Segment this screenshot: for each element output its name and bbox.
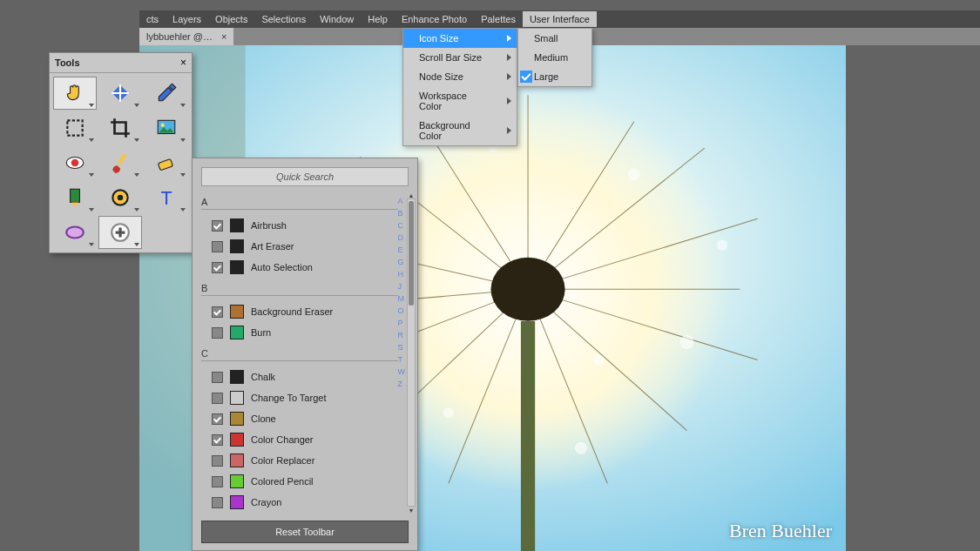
list-item-label: Change To Target bbox=[251, 393, 326, 403]
tool-paintbrush[interactable] bbox=[98, 146, 142, 179]
list-item[interactable]: Color Changer bbox=[201, 429, 398, 450]
menu-selections[interactable]: Selections bbox=[254, 11, 313, 27]
alpha-j[interactable]: J bbox=[398, 282, 406, 291]
menu-item-scroll-bar-size[interactable]: Scroll Bar Size bbox=[403, 48, 517, 67]
tool-target-circle[interactable] bbox=[98, 181, 142, 214]
alpha-z[interactable]: Z bbox=[398, 380, 406, 388]
menubar: ctsLayersObjectsSelectionsWindowHelpEnha… bbox=[139, 10, 980, 28]
menu-item-background-color[interactable]: Background Color bbox=[403, 116, 517, 145]
menu-palettes[interactable]: Palettes bbox=[474, 11, 523, 27]
tool-eyedropper[interactable] bbox=[145, 77, 188, 110]
tool-eraser[interactable] bbox=[145, 146, 188, 179]
document-tab[interactable]: lybbuehler @… × bbox=[139, 28, 233, 45]
tool-picture[interactable] bbox=[145, 111, 188, 144]
tools-header[interactable]: Tools × bbox=[50, 53, 192, 73]
list-item[interactable]: Art Eraser bbox=[201, 236, 398, 257]
alpha-o[interactable]: O bbox=[398, 306, 406, 315]
scroll-thumb[interactable] bbox=[409, 201, 414, 306]
menu-layers[interactable]: Layers bbox=[166, 11, 208, 27]
chevron-down-icon bbox=[134, 208, 139, 212]
checkbox[interactable] bbox=[212, 372, 223, 383]
alpha-d[interactable]: D bbox=[398, 233, 406, 242]
alpha-e[interactable]: E bbox=[398, 245, 406, 254]
list-item[interactable]: Clone bbox=[201, 408, 398, 429]
alpha-t[interactable]: T bbox=[398, 355, 406, 364]
checkbox[interactable] bbox=[212, 455, 223, 467]
reset-toolbar-button[interactable]: Reset Toolbar bbox=[201, 521, 409, 543]
menu-item-workspace-color[interactable]: Workspace Color bbox=[403, 86, 517, 116]
menu-item-node-size[interactable]: Node Size bbox=[403, 67, 517, 86]
svg-rect-37 bbox=[158, 159, 172, 171]
menu-item-icon-size[interactable]: Icon Size bbox=[403, 29, 517, 48]
close-icon[interactable]: × bbox=[221, 31, 226, 42]
svg-rect-31 bbox=[67, 120, 82, 135]
toolbar-customize-panel: Quick Search AAirbrushArt EraserAuto Sel… bbox=[192, 158, 418, 551]
menu-window[interactable]: Window bbox=[313, 11, 361, 27]
alpha-b[interactable]: B bbox=[398, 209, 406, 218]
list-item-label: Crayon bbox=[251, 497, 281, 507]
submenu-item-small[interactable]: Small bbox=[518, 29, 591, 48]
tool-add-plus[interactable] bbox=[98, 216, 142, 249]
chevron-down-icon bbox=[134, 173, 139, 177]
checkbox[interactable] bbox=[212, 327, 223, 339]
chevron-down-icon bbox=[134, 104, 139, 107]
checkbox[interactable] bbox=[212, 241, 223, 252]
alpha-w[interactable]: W bbox=[398, 367, 406, 376]
svg-rect-36 bbox=[118, 153, 126, 165]
chevron-right-icon bbox=[507, 127, 511, 134]
list-item[interactable]: Crayon bbox=[201, 492, 398, 513]
close-icon[interactable]: × bbox=[180, 57, 186, 69]
checkbox[interactable] bbox=[212, 393, 223, 404]
alpha-r[interactable]: R bbox=[398, 331, 406, 339]
alpha-h[interactable]: H bbox=[398, 270, 406, 279]
list-item[interactable]: Airbrush bbox=[201, 215, 398, 236]
submenu-item-medium[interactable]: Medium bbox=[518, 48, 591, 67]
tool-crop[interactable] bbox=[98, 111, 142, 144]
submenu-item-large[interactable]: Large bbox=[518, 67, 591, 86]
list-item-label: Art Eraser bbox=[251, 241, 294, 252]
checkbox[interactable] bbox=[212, 262, 223, 273]
list-item[interactable]: Colored Pencil bbox=[201, 471, 398, 492]
tool-selection-rect[interactable] bbox=[53, 111, 97, 144]
svg-point-27 bbox=[717, 240, 727, 251]
menu-objects[interactable]: Objects bbox=[208, 11, 254, 27]
scroll-up-icon[interactable]: ▴ bbox=[408, 192, 415, 199]
menu-enhance-photo[interactable]: Enhance Photo bbox=[395, 11, 474, 27]
tool-text[interactable]: T bbox=[145, 181, 188, 214]
checkbox[interactable] bbox=[212, 497, 223, 508]
list-item[interactable]: Chalk bbox=[201, 366, 398, 387]
tool-icon bbox=[230, 412, 244, 426]
alpha-a[interactable]: A bbox=[398, 197, 406, 205]
quick-search-input[interactable]: Quick Search bbox=[201, 167, 409, 186]
checkbox[interactable] bbox=[212, 306, 223, 318]
list-item-label: Airbrush bbox=[251, 220, 287, 231]
list-item[interactable]: Auto Selection bbox=[201, 257, 398, 278]
scrollbar[interactable]: ▴ ▾ bbox=[407, 198, 416, 507]
alpha-s[interactable]: S bbox=[398, 343, 406, 352]
list-item[interactable]: Burn bbox=[201, 322, 398, 343]
alpha-c[interactable]: C bbox=[398, 221, 406, 230]
checkbox[interactable] bbox=[212, 413, 223, 425]
checkbox[interactable] bbox=[212, 476, 223, 487]
checkbox[interactable] bbox=[212, 220, 223, 232]
list-item[interactable]: Color Replacer bbox=[201, 450, 398, 471]
tool-ellipse-shape[interactable] bbox=[53, 216, 97, 249]
menu-help[interactable]: Help bbox=[361, 11, 395, 27]
alpha-p[interactable]: P bbox=[398, 319, 406, 327]
list-item-label: Clone bbox=[251, 413, 276, 424]
alpha-m[interactable]: M bbox=[398, 294, 406, 303]
svg-text:T: T bbox=[160, 187, 172, 209]
menu-cts[interactable]: cts bbox=[139, 11, 166, 27]
list-item[interactable]: Change To Target bbox=[201, 387, 398, 408]
tool-smart-fill[interactable] bbox=[53, 181, 97, 214]
alpha-g[interactable]: G bbox=[398, 258, 406, 266]
tool-red-eye[interactable] bbox=[53, 146, 97, 179]
menu-user-interface[interactable]: User Interface bbox=[523, 11, 597, 27]
scroll-down-icon[interactable]: ▾ bbox=[408, 506, 415, 514]
list-item[interactable]: Background Eraser bbox=[201, 301, 398, 322]
checkbox[interactable] bbox=[212, 434, 223, 446]
chevron-down-icon bbox=[89, 243, 94, 246]
svg-point-42 bbox=[66, 227, 84, 239]
tool-move[interactable] bbox=[98, 77, 142, 110]
tool-pan-hand[interactable] bbox=[53, 77, 97, 110]
